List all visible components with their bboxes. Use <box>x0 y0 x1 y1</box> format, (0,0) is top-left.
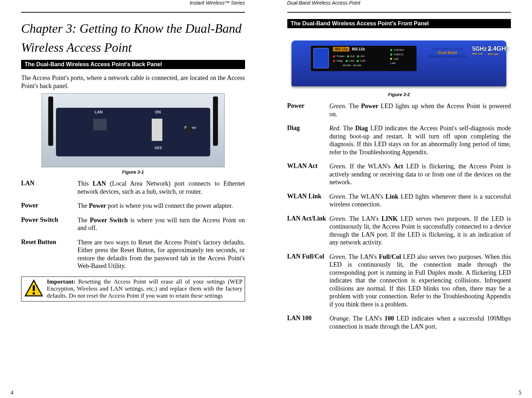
figure-3-1-caption: Figure 3-1 <box>21 169 245 175</box>
def-term: Power <box>21 202 77 210</box>
header-rule-right <box>287 12 511 13</box>
chapter-title: Chapter 3: Getting to Know the Dual-Band… <box>21 19 245 57</box>
page-number-left: 4 <box>11 390 13 396</box>
figure-back-panel-image: LAN ON OFF Power <box>42 93 225 167</box>
def-term: LAN Full/Col <box>287 253 330 309</box>
def-term: WLAN Link <box>287 193 330 209</box>
section-bar-front-panel: The Dual-Band Wireless Access Point's Fr… <box>287 19 511 28</box>
def-desc: Green. The LAN's LINK LED serves two pur… <box>330 215 511 247</box>
device-off-label: OFF <box>155 146 162 150</box>
def-term: LAN <box>21 180 77 195</box>
def-desc: Green. If the WLAN's Act LED is flickeri… <box>330 162 511 186</box>
def-desc: Orange. The LAN's 100 LED indicates when… <box>330 315 511 330</box>
svg-rect-2 <box>33 292 35 294</box>
def-power: Power The Power port is where you will c… <box>21 202 245 210</box>
def-desc: The Power port is where you will connect… <box>77 202 245 210</box>
def-desc: Green. The Power LED lights up when the … <box>330 102 511 118</box>
def-term: WLAN Act <box>287 162 330 186</box>
def-lan: LAN This LAN (Local Area Network) port c… <box>21 180 245 195</box>
def-term: Diag <box>287 124 330 156</box>
def-desc: There are two ways to Reset the Access P… <box>77 238 245 270</box>
def-lan-100-led: LAN 100 Orange. The LAN's 100 LED indica… <box>287 315 511 330</box>
def-term: Reset Button <box>21 238 77 270</box>
def-desc: This LAN (Local Area Network) port conne… <box>77 180 245 195</box>
section-bar-back-panel: The Dual-Band Wireless Access Point's Ba… <box>21 60 245 69</box>
def-wlan-link-led: WLAN Link Green. The WLAN's Link LED lig… <box>287 193 511 209</box>
def-term: Power Switch <box>21 216 77 232</box>
page-left: Instant Wireless™ Series Chapter 3: Gett… <box>0 0 266 398</box>
def-power-led: Power Green. The Power LED lights up whe… <box>287 102 511 118</box>
warning-icon <box>21 277 46 301</box>
def-power-switch: Power Switch The Power Switch is where y… <box>21 216 245 232</box>
def-desc: Red. The Diag LED indicates the Access P… <box>330 124 511 156</box>
header-rule-left <box>21 12 245 13</box>
device-lan-label: LAN <box>95 110 103 114</box>
def-term: LAN 100 <box>287 315 330 330</box>
device-on-label: ON <box>155 110 161 114</box>
def-diag-led: Diag Red. The Diag LED indicates the Acc… <box>287 124 511 156</box>
def-desc: The Power Switch is where you will turn … <box>77 216 245 232</box>
def-lan-actlink-led: LAN Act/Link Green. The LAN's LINK LED s… <box>287 215 511 247</box>
important-text: Important: Resetting the Access Point wi… <box>46 277 245 301</box>
figure-3-2-caption: Figure 3-2 <box>287 92 511 97</box>
def-reset-button: Reset Button There are two ways to Reset… <box>21 238 245 270</box>
page-right: Dual-Band Wireless Access Point The Dual… <box>266 0 532 398</box>
def-term: Power <box>287 102 330 118</box>
intro-paragraph: The Access Point's ports, where a networ… <box>21 74 245 90</box>
page-number-right: 5 <box>519 390 521 396</box>
def-wlan-act-led: WLAN Act Green. If the WLAN's Act LED is… <box>287 162 511 186</box>
figure-front-panel-image: 802.11a802.11b Power Act Act Diag Link L… <box>292 35 506 90</box>
def-lan-fullcol-led: LAN Full/Col Green. The LAN's Full/Col L… <box>287 253 511 309</box>
def-term: LAN Act/Link <box>287 215 330 247</box>
important-callout: Important: Resetting the Access Point wi… <box>21 276 245 301</box>
svg-rect-1 <box>33 285 35 291</box>
def-desc: Green. The LAN's Full/Col LED also serve… <box>330 253 511 309</box>
running-head-left: Instant Wireless™ Series <box>21 0 245 7</box>
running-head-right: Dual-Band Wireless Access Point <box>287 0 511 7</box>
def-desc: Green. The WLAN's Link LED lights whenev… <box>330 193 511 209</box>
